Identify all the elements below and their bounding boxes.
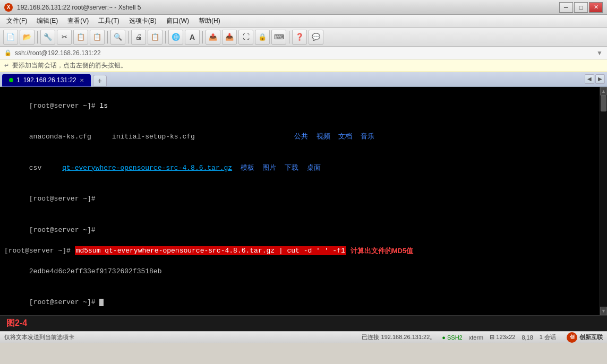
- scroll-up-button[interactable]: ▲: [600, 87, 607, 96]
- cmd-ls: ls: [99, 102, 108, 110]
- terminal[interactable]: [root@server ~]# ls anaconda-ks.cfg init…: [0, 87, 600, 315]
- new-tab-button[interactable]: +: [93, 75, 107, 86]
- ls-col-cn1: 公共 视频 文档 音乐: [294, 133, 374, 141]
- info-arrow-icon: ↵: [4, 62, 9, 69]
- title-bar-left: X 192.168.26.131:22 root@server:~ - Xshe…: [4, 3, 141, 12]
- brand-icon: 创: [567, 332, 577, 343]
- brand-text: 创新互联: [579, 333, 603, 341]
- toolbar-open[interactable]: 📂: [20, 30, 35, 45]
- toolbar-paste[interactable]: 📋: [90, 30, 105, 45]
- md5-result: 2edbe4d6c2eff33ef91732602f3518eb: [29, 267, 162, 275]
- session-tab-1[interactable]: 1 192.168.26.131:22 ✕: [2, 74, 91, 86]
- toolbar-kbd[interactable]: ⌨: [271, 30, 286, 45]
- close-button[interactable]: ✕: [589, 2, 603, 13]
- terminal-scrollbar[interactable]: ▲ ▼: [600, 87, 607, 315]
- toolbar-print2[interactable]: 📋: [148, 30, 163, 45]
- status-protocol: ● SSH2: [442, 334, 462, 341]
- tab-nav: ◀ ▶: [585, 74, 605, 85]
- toolbar-print[interactable]: 🖨: [131, 30, 146, 45]
- toolbar-help[interactable]: ❓: [292, 30, 307, 45]
- status-terminal: xterm: [469, 334, 484, 341]
- menu-file[interactable]: 文件(F): [2, 15, 31, 27]
- toolbar-sep-6: [289, 31, 289, 44]
- prompt-blank-2: [root@server ~]#: [29, 226, 96, 234]
- figure-caption: 图2-4: [6, 318, 27, 329]
- status-connection: 已连接 192.168.26.131:22。: [362, 333, 435, 341]
- toolbar: 📄 📂 🔧 ✂ 📋 📋 🔍 🖨 📋 🌐 A 📤 📥 ⛶ 🔒 ⌨ ❓ 💬: [0, 28, 607, 47]
- terminal-line-6: [root@server ~]# md5sum qt-everywhere-op…: [4, 246, 595, 256]
- toolbar-sep-4: [165, 31, 166, 44]
- menu-edit[interactable]: 编辑(E): [32, 15, 62, 27]
- info-bar: ↵ 要添加当前会话，点击左侧的箭头按钮。: [0, 59, 607, 72]
- toolbar-cut[interactable]: ✂: [57, 30, 72, 45]
- ls-col-1: anaconda-ks.cfg initial-setup-ks.cfg: [29, 133, 294, 141]
- status-size: ⊞ 123x22: [490, 334, 515, 341]
- toolbar-find[interactable]: 🔍: [110, 30, 125, 45]
- toolbar-sep-5: [202, 31, 203, 44]
- toolbar-new[interactable]: 📄: [3, 30, 18, 45]
- terminal-line-7: 2edbe4d6c2eff33ef91732602f3518eb: [4, 256, 595, 287]
- tab-ip: 192.168.26.131:22: [23, 76, 76, 84]
- app-icon: X: [4, 3, 13, 12]
- toolbar-sep-1: [37, 31, 38, 44]
- toolbar-sep-2: [107, 31, 108, 44]
- cursor-block: [99, 299, 104, 306]
- terminal-line-8: [root@server ~]#: [4, 287, 595, 316]
- status-sessions: 1 会话: [540, 333, 556, 341]
- toolbar-expand[interactable]: ⛶: [238, 30, 253, 45]
- ls-qt-link: qt-everywhere-opensource-src-4.8.6.tar.g…: [62, 164, 232, 172]
- terminal-wrapper: [root@server ~]# ls anaconda-ks.cfg init…: [0, 87, 607, 315]
- prompt-md5: [root@server ~]#: [4, 247, 75, 255]
- menu-tools[interactable]: 工具(T): [94, 15, 123, 27]
- address-text: ssh://root@192.168.26.131:22: [15, 49, 101, 57]
- toolbar-properties[interactable]: 🔧: [40, 30, 55, 45]
- prompt-final: [root@server ~]#: [29, 298, 100, 306]
- annotation-md5: 计算出文件的MD5值: [350, 246, 413, 256]
- tab-nav-left[interactable]: ◀: [585, 74, 594, 84]
- brand-logo: 创 创新互联: [567, 332, 603, 343]
- scroll-thumb[interactable]: [601, 96, 606, 111]
- ls-csv: csv: [29, 164, 62, 172]
- figure-label-bar: 图2-4: [0, 315, 607, 331]
- scroll-down-button[interactable]: ▼: [600, 307, 607, 315]
- terminal-line-5: [root@server ~]#: [4, 214, 595, 246]
- terminal-line-1: [root@server ~]# ls: [4, 90, 595, 122]
- menu-help[interactable]: 帮助(H): [194, 15, 225, 27]
- toolbar-font[interactable]: A: [185, 30, 200, 45]
- ls-col-cn2: 模板 图片 下载 桌面: [241, 164, 321, 172]
- tab-close-button[interactable]: ✕: [80, 77, 84, 83]
- status-right: 已连接 192.168.26.131:22。 ● SSH2 xterm ⊞ 12…: [362, 332, 603, 343]
- menu-bar: 文件(F) 编辑(E) 查看(V) 工具(T) 选项卡(B) 窗口(W) 帮助(…: [0, 15, 607, 28]
- maximize-button[interactable]: □: [574, 2, 588, 13]
- toolbar-globe[interactable]: 🌐: [168, 30, 183, 45]
- tab-nav-right[interactable]: ▶: [595, 74, 605, 84]
- terminal-line-3: csv qt-everywhere-opensource-src-4.8.6.t…: [4, 152, 595, 184]
- terminal-line-2: anaconda-ks.cfg initial-setup-ks.cfg 公共 …: [4, 122, 595, 153]
- title-bar: X 192.168.26.131:22 root@server:~ - Xshe…: [0, 0, 607, 15]
- menu-window[interactable]: 窗口(W): [162, 15, 193, 27]
- scroll-track: [600, 96, 607, 307]
- toolbar-chat[interactable]: 💬: [309, 30, 323, 45]
- toolbar-transfer2[interactable]: 📥: [222, 30, 237, 45]
- prompt-blank-1: [root@server ~]#: [29, 195, 96, 203]
- info-text: 要添加当前会话，点击左侧的箭头按钮。: [12, 61, 127, 70]
- minimize-button[interactable]: ─: [559, 2, 573, 13]
- status-bar: 仅将文本发送到当前选项卡 已连接 192.168.26.131:22。 ● SS…: [0, 331, 607, 343]
- tab-number: 1: [16, 76, 20, 84]
- address-bar: 🔒 ssh://root@192.168.26.131:22 ▼: [0, 47, 607, 59]
- window-title: 192.168.26.131:22 root@server:~ - Xshell…: [17, 4, 141, 11]
- status-send-text: 仅将文本发送到当前选项卡: [4, 333, 74, 341]
- toolbar-copy[interactable]: 📋: [73, 30, 88, 45]
- window-controls: ─ □ ✕: [559, 2, 603, 13]
- menu-tabs[interactable]: 选项卡(B): [125, 15, 161, 27]
- tab-bar: 1 192.168.26.131:22 ✕ + ◀ ▶: [0, 72, 607, 87]
- tab-status-dot: [9, 78, 13, 82]
- toolbar-transfer[interactable]: 📤: [206, 30, 220, 45]
- toolbar-sep-3: [128, 31, 129, 44]
- prompt-1: [root@server ~]#: [29, 102, 100, 110]
- toolbar-lock[interactable]: 🔒: [255, 30, 270, 45]
- address-lock-icon: 🔒: [4, 49, 12, 56]
- cmd-md5sum-highlight: md5sum qt-everywhere-opensource-src-4.8.…: [75, 246, 346, 255]
- menu-view[interactable]: 查看(V): [63, 15, 93, 27]
- address-dropdown-icon[interactable]: ▼: [596, 49, 603, 57]
